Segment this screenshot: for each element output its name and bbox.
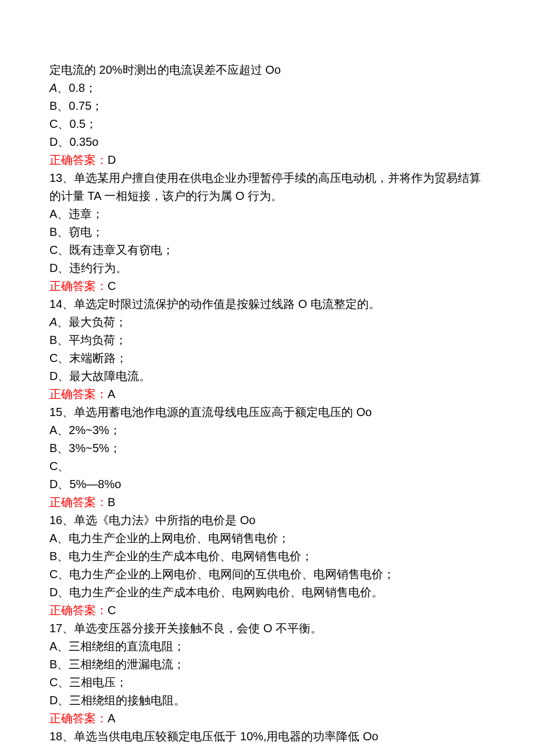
text-line: B、电力生产企业的生产成本电价、电网销售电价； [49, 547, 486, 565]
answer-label: 正确答案： [49, 604, 108, 617]
text-line: 正确答案：A [49, 710, 486, 728]
answer-value: A [108, 712, 115, 725]
text-line: D、三相绕组的接触电阻。 [49, 691, 486, 710]
text-line: C、 [49, 457, 486, 475]
text-line: A、2%~3%； [49, 421, 486, 439]
answer-value: C [108, 604, 116, 617]
answer-label: 正确答案： [49, 280, 108, 292]
answer-value: C [108, 280, 116, 292]
text-line: 正确答案：B [49, 493, 486, 511]
text-line: D、0.35o [49, 133, 486, 151]
answer-value: B [108, 496, 115, 508]
text-line: 正确答案：D [49, 151, 486, 169]
text-line: 定电流的 20%时测出的电流误差不应超过 Oo [49, 61, 486, 79]
text-line: 16、单选《电力法》中所指的电价是 Oo [49, 511, 486, 529]
option-prefix: A [49, 316, 57, 328]
answer-label: 正确答案： [49, 496, 108, 508]
text-line: D、电力生产企业的生产成本电价、电网购电价、电网销售电价。 [49, 583, 486, 601]
answer-value: D [108, 153, 116, 166]
text-line: C、末端断路； [49, 349, 486, 367]
text-line: 正确答案：A [49, 385, 486, 403]
option-prefix: A [49, 81, 57, 94]
text-line: 正确答案：C [49, 601, 486, 619]
text-line: B、平均负荷； [49, 331, 486, 349]
text-line: C、电力生产企业的上网电价、电网间的互供电价、电网销售电价； [49, 565, 486, 583]
text-line: B、窃电； [49, 223, 486, 241]
text-line: A、三相绕组的直流电阻； [49, 637, 486, 655]
document-page: 定电流的 20%时测出的电流误差不应超过 OoA、0.8；B、0.75；C、0.… [0, 0, 535, 756]
answer-label: 正确答案： [49, 712, 108, 725]
text-line: B、0.75； [49, 97, 486, 115]
text-line: D、5%—8%o [49, 475, 486, 493]
answer-label: 正确答案： [49, 153, 108, 166]
text-line: C、三相电压； [49, 673, 486, 691]
option-text: 、最大负荷； [57, 316, 127, 328]
text-line: B、三相绕组的泄漏电流； [49, 655, 486, 673]
text-line: C、0.5； [49, 115, 486, 133]
text-line: 18、单选当供电电压较额定电压低于 10%,用电器的功率降低 Oo [49, 728, 486, 746]
text-line: A、违章； [49, 205, 486, 223]
text-line: 正确答案：C [49, 277, 486, 295]
answer-label: 正确答案： [49, 388, 108, 400]
text-line: 13、单选某用户擅自使用在供电企业办理暂停手续的高压电动机，并将作为贸易结算的计… [49, 169, 486, 205]
text-line: 15、单选用蓄电池作电源的直流母线电压应高于额定电压的 Oo [49, 403, 486, 421]
text-line: D、违约行为。 [49, 259, 486, 277]
text-line: B、3%~5%； [49, 439, 486, 457]
text-line: 14、单选定时限过流保护的动作值是按躲过线路 O 电流整定的。 [49, 295, 486, 313]
text-line: A、电力生产企业的上网电价、电网销售电价； [49, 529, 486, 547]
text-line: A、0.8； [49, 79, 486, 97]
answer-value: A [108, 388, 115, 400]
text-line: 17、单选变压器分接开关接触不良，会使 O 不平衡。 [49, 619, 486, 637]
text-line: A、最大负荷； [49, 313, 486, 331]
text-line: D、最大故障电流。 [49, 367, 486, 385]
text-line: C、既有违章又有窃电； [49, 241, 486, 259]
option-text: 、0.8； [57, 81, 97, 94]
